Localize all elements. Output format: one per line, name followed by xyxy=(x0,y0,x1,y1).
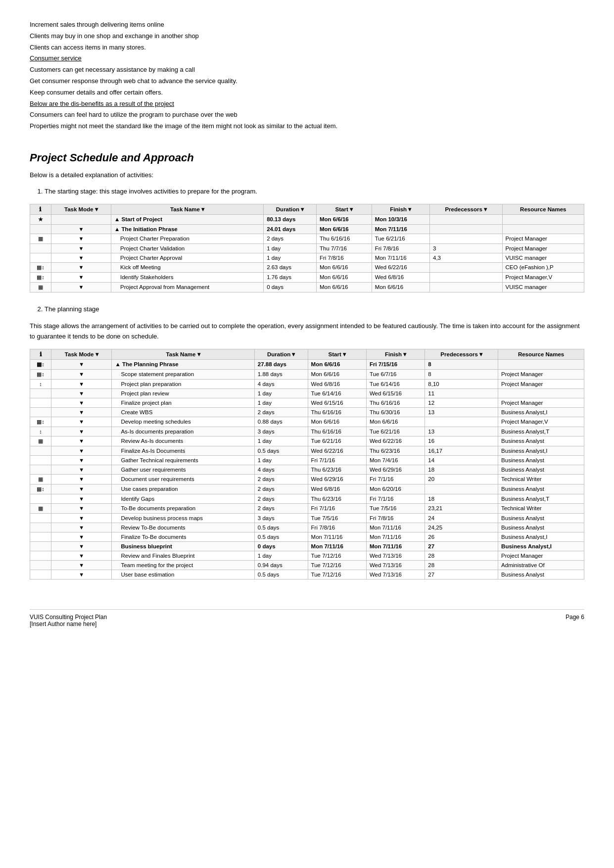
table-row: ▼ User base estimation 0.5 days Tue 7/12… xyxy=(30,570,584,579)
intro-line-7: Keep consumer details and offer certain … xyxy=(30,88,584,98)
table-row: ▼ ▲ The Initiation Phrase 24.01 days Mon… xyxy=(30,224,584,234)
cell-icon xyxy=(30,570,51,579)
cell-start: Wed 6/8/16 xyxy=(308,379,366,388)
cell-task-name: Develop business process maps xyxy=(112,513,254,523)
cell-predecessors xyxy=(430,262,503,272)
th2-start[interactable]: Start ▾ xyxy=(308,349,366,359)
th2-finish[interactable]: Finish ▾ xyxy=(366,349,425,359)
cell-task-name: Identify Stakeholders xyxy=(111,272,264,282)
cell-task-name: Project Charter Preparation xyxy=(111,234,264,243)
cell-start: Tue 7/12/16 xyxy=(308,570,366,579)
cell-start: Fri 7/8/16 xyxy=(316,253,372,262)
th2-task-mode[interactable]: Task Mode ▾ xyxy=(51,349,112,359)
cell-finish: Fri 7/8/16 xyxy=(372,243,429,253)
th-task-mode[interactable]: Task Mode ▾ xyxy=(51,204,111,214)
cell-duration: 0.5 days xyxy=(254,570,308,579)
cell-task-mode: ▼ xyxy=(51,541,112,551)
cell-task-mode: ▼ xyxy=(51,484,112,494)
cell-predecessors: 16,17 xyxy=(425,446,498,455)
intro-line-2: Clients may buy in one shop and exchange… xyxy=(30,31,584,42)
cell-icon xyxy=(30,465,51,474)
cell-icon xyxy=(30,494,51,503)
cell-resource: Business Analyst xyxy=(498,570,584,579)
cell-predecessors: 26 xyxy=(425,532,498,541)
cell-start: Tue 7/5/16 xyxy=(308,513,366,523)
cell-start: Mon 7/11/16 xyxy=(308,532,366,541)
cell-icon: ★ xyxy=(30,214,51,224)
footer-left: VUIS Consulting Project Plan [Insert Aut… xyxy=(30,614,107,627)
th-info-icon: ℹ xyxy=(30,204,51,214)
cell-duration: 2 days xyxy=(254,474,308,484)
cell-task-mode: ▼ xyxy=(51,494,112,503)
cell-finish: Thu 6/30/16 xyxy=(366,407,425,417)
cell-task-name: ▲ The Initiation Phrase xyxy=(111,224,264,234)
table2-container: ℹ Task Mode ▾ Task Name ▾ Duration ▾ Sta… xyxy=(30,349,584,579)
cell-predecessors: 23,21 xyxy=(425,503,498,513)
cell-icon: ▦↕ xyxy=(30,417,51,427)
cell-task-mode: ▼ xyxy=(51,253,111,262)
cell-resource xyxy=(502,224,584,234)
cell-start: Fri 7/8/16 xyxy=(308,523,366,532)
table-row: ▼ Business blueprint 0 days Mon 7/11/16 … xyxy=(30,541,584,551)
cell-task-name: ▲ The Planning Phrase xyxy=(112,359,254,369)
table-row: ▼ Project Charter Approval 1 day Fri 7/8… xyxy=(30,253,584,262)
cell-finish: Fri 7/15/16 xyxy=(366,359,425,369)
cell-task-mode: ▼ xyxy=(51,234,111,243)
cell-finish: Mon 6/20/16 xyxy=(366,484,425,494)
footer-page: Page 6 xyxy=(566,614,584,627)
th2-task-name[interactable]: Task Name ▾ xyxy=(112,349,254,359)
cell-resource: Project Manager xyxy=(502,234,584,243)
cell-start: Thu 6/16/16 xyxy=(308,407,366,417)
cell-duration: 0.5 days xyxy=(254,446,308,455)
stage1-item: The starting stage: this stage involves … xyxy=(45,187,584,197)
th-finish[interactable]: Finish ▾ xyxy=(372,204,429,214)
th2-duration[interactable]: Duration ▾ xyxy=(254,349,308,359)
cell-icon xyxy=(30,446,51,455)
cell-resource: Business Analyst xyxy=(498,523,584,532)
table-row: ↕ ▼ Project plan preparation 4 days Wed … xyxy=(30,379,584,388)
cell-task-name: To-Be documents preparation xyxy=(112,503,254,513)
cell-resource: Business Analyst xyxy=(498,436,584,446)
cell-predecessors: 12 xyxy=(425,398,498,407)
cell-duration: 27.88 days xyxy=(254,359,308,369)
cell-start: Wed 6/22/16 xyxy=(308,446,366,455)
cell-resource: VUISC manager xyxy=(502,282,584,292)
th-task-name[interactable]: Task Name ▾ xyxy=(111,204,264,214)
cell-predecessors xyxy=(430,282,503,292)
cell-duration: 0.5 days xyxy=(254,532,308,541)
cell-duration: 4 days xyxy=(254,379,308,388)
cell-predecessors: 13 xyxy=(425,427,498,436)
cell-resource: Business Analyst xyxy=(498,513,584,523)
cell-icon: ▦↕ xyxy=(30,484,51,494)
cell-resource: Technical Writer xyxy=(498,503,584,513)
cell-resource: Project Manager xyxy=(498,369,584,379)
cell-task-name: Use cases preparation xyxy=(112,484,254,494)
cell-task-name: Business blueprint xyxy=(112,541,254,551)
cell-predecessors xyxy=(425,417,498,427)
table-row: ▦↕ ▼ Use cases preparation 2 days Wed 6/… xyxy=(30,484,584,494)
intro-line-4: Consumer service xyxy=(30,53,584,64)
cell-start: Mon 6/6/16 xyxy=(308,359,366,369)
cell-task-name: Project Charter Approval xyxy=(111,253,264,262)
th-start[interactable]: Start ▾ xyxy=(316,204,372,214)
cell-resource: Business Analyst xyxy=(498,484,584,494)
cell-start: Mon 6/6/16 xyxy=(316,272,372,282)
cell-duration: 2 days xyxy=(254,484,308,494)
cell-task-name: Review and Finales Blueprint xyxy=(112,551,254,560)
cell-icon: ▦↕ xyxy=(30,272,51,282)
cell-resource xyxy=(498,388,584,398)
cell-icon xyxy=(30,513,51,523)
th-predecessors[interactable]: Predecessors ▾ xyxy=(430,204,503,214)
cell-duration: 2 days xyxy=(264,234,317,243)
cell-duration: 0 days xyxy=(254,541,308,551)
cell-duration: 1 day xyxy=(254,455,308,465)
cell-predecessors: 18 xyxy=(425,494,498,503)
th2-predecessors[interactable]: Predecessors ▾ xyxy=(425,349,498,359)
cell-resource xyxy=(498,359,584,369)
stage2-description: This stage allows the arrangement of act… xyxy=(30,321,584,342)
cell-start: Tue 6/21/16 xyxy=(308,436,366,446)
th-duration[interactable]: Duration ▾ xyxy=(264,204,317,214)
cell-resource: Business Analyst,I xyxy=(498,446,584,455)
cell-icon xyxy=(30,224,51,234)
cell-start: Tue 7/12/16 xyxy=(308,551,366,560)
